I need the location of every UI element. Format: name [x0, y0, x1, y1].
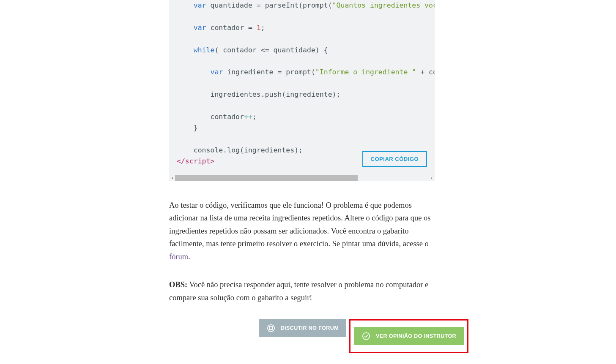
svg-point-6: [363, 333, 370, 340]
scroll-track[interactable]: [175, 175, 429, 181]
code-text: contador: [210, 113, 244, 121]
keyword-var: var: [194, 24, 206, 32]
paragraph-text: .: [188, 253, 190, 261]
instructor-opinion-button[interactable]: VER OPINIÃO DO INSTRUTOR: [354, 327, 464, 345]
code-text: ;: [252, 113, 257, 121]
keyword-while: while: [194, 46, 215, 54]
html-tag: </script​>: [177, 157, 214, 165]
note-text: Você não precisa responder aqui, tente r…: [169, 280, 428, 302]
svg-line-2: [268, 326, 270, 327]
lifebuoy-icon: [266, 323, 276, 333]
code-text: ingredientes.push(ingrediente);: [210, 90, 340, 98]
button-label: DISCUTIR NO FORUM: [281, 325, 339, 331]
code-block: var quantidade = parseInt(prompt("Quanto…: [169, 0, 435, 181]
number-literal: 1: [257, 24, 261, 32]
code-text: quantidade = parseInt(prompt(: [206, 1, 332, 9]
horizontal-scrollbar[interactable]: ◂ ▸: [169, 175, 435, 181]
code-line: var quantidade = parseInt(prompt("Quanto…: [177, 1, 435, 9]
note-label: OBS:: [169, 280, 187, 289]
keyword-var: var: [194, 1, 206, 9]
scroll-left-arrow[interactable]: ◂: [169, 175, 175, 181]
paragraph-text: Ao testar o código, verificamos que ele …: [169, 201, 431, 248]
svg-point-1: [269, 327, 272, 330]
action-button-row: DISCUTIR NO FORUM VER OPINIÃO DO INSTRUT…: [169, 319, 468, 364]
code-text: ( contador <= quantidade) {: [214, 46, 328, 54]
paragraph-instructions: Ao testar o código, verificamos que ele …: [169, 199, 435, 263]
code-text: console.log(ingredientes);: [194, 146, 303, 154]
scroll-thumb[interactable]: [175, 175, 358, 181]
paragraph-note: OBS: Você não precisa responder aqui, te…: [169, 278, 435, 304]
string-literal: "Informe o ingrediente ": [315, 68, 416, 76]
copy-code-button[interactable]: COPIAR CÓDIGO: [362, 151, 427, 167]
discuss-forum-button[interactable]: DISCUTIR NO FORUM: [259, 319, 346, 337]
svg-line-3: [272, 326, 273, 327]
highlighted-action: VER OPINIÃO DO INSTRUTOR: [349, 319, 468, 353]
check-circle-icon: [361, 331, 371, 341]
code-text: contador =: [206, 24, 257, 32]
code-text: ;: [261, 24, 265, 32]
forum-link[interactable]: fórum: [169, 253, 188, 261]
string-literal: "Quantos ingredientes você: [332, 1, 435, 9]
code-text: ingrediente = prompt(: [223, 68, 315, 76]
keyword-var: var: [210, 68, 223, 76]
code-text: }: [194, 124, 198, 132]
button-label: VER OPINIÃO DO INSTRUTOR: [376, 333, 456, 339]
svg-line-4: [268, 329, 270, 331]
scroll-right-arrow[interactable]: ▸: [429, 175, 435, 181]
code-text: + con: [416, 68, 435, 76]
svg-line-5: [272, 329, 273, 331]
code-content: var quantidade = parseInt(prompt("Quanto…: [169, 0, 435, 175]
operator: ++: [244, 113, 252, 121]
